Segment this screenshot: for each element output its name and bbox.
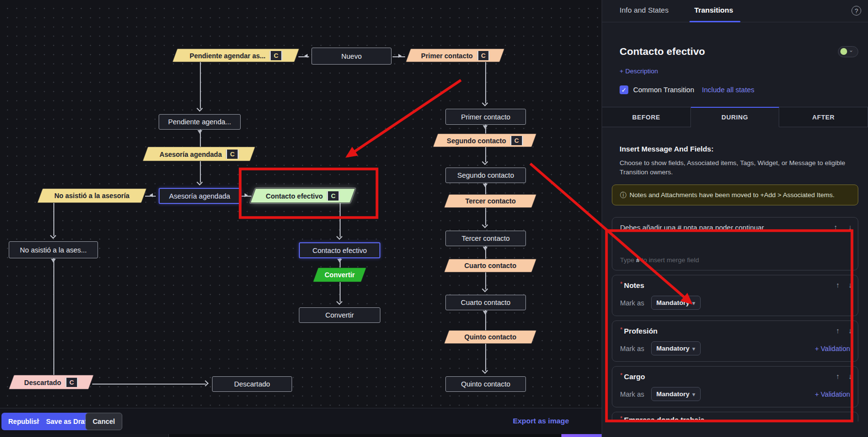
status-toggle[interactable]: ⌄ [838, 46, 858, 57]
mandatory-dropdown[interactable]: Mandatory▾ [651, 341, 701, 355]
arrowhead-solid-down-icon [483, 311, 488, 315]
transition-label: Cuarto contacto [464, 262, 516, 269]
node-s-segundo-contacto[interactable]: Segundo contacto [445, 168, 526, 183]
field-name: Notes [624, 281, 644, 289]
node-s-tercer-contacto[interactable]: Tercer contacto [445, 231, 526, 246]
node-t-descartado[interactable]: DescartadoC [9, 375, 94, 389]
arrowhead-solid-down-icon [337, 259, 342, 263]
tab-transitions[interactable]: Transitions [694, 6, 733, 14]
node-t-tercer-contacto[interactable]: Tercer contacto [444, 194, 537, 208]
field-card-notes: *Notes↑↓Mark asMandatory▾ [612, 275, 858, 316]
add-description-link[interactable]: + Description [620, 67, 658, 75]
node-s-asesoria-agendada[interactable]: Asesoría agendada [159, 188, 241, 204]
move-up-icon[interactable]: ↑ [836, 326, 840, 335]
node-s-descartado[interactable]: Descartado [212, 376, 292, 392]
node-s-contacto-efectivo[interactable]: Contacto efectivo [299, 242, 380, 258]
node-t-no-asistio[interactable]: No asistió a la asesoría [37, 188, 147, 203]
arrowhead-vee-down-icon [482, 286, 488, 292]
arrowhead-vee-down-icon [482, 368, 488, 374]
info-icon: ⓘ [620, 191, 627, 199]
field-card-profesión: *Profesión↑↓Mark asMandatory▾+ Validatio… [612, 320, 858, 362]
node-t-primer-contacto[interactable]: Primer contactoC [406, 49, 505, 62]
common-transition-badge: C [328, 191, 340, 201]
move-up-icon[interactable]: ↑ [836, 372, 840, 380]
arrowhead-vee-down-icon [482, 100, 488, 106]
transition-label: Primer contacto [421, 51, 473, 59]
merge-field-placeholder: Type # to insert merge field [620, 256, 699, 264]
tab-before[interactable]: BEFORE [602, 107, 691, 127]
arrowhead-tri-left-icon [304, 54, 308, 58]
arrowhead-vee-down-icon [197, 179, 203, 185]
node-s-pendiente-agenda[interactable]: Pendiente agenda... [159, 114, 241, 130]
common-transition-badge: C [226, 150, 238, 159]
connector-line [92, 384, 206, 385]
transition-label: Tercer contacto [465, 197, 516, 205]
blueprint-canvas[interactable]: Pendiente agendar as...CNuevoPrimer cont… [0, 0, 602, 408]
transition-label: No asistió a la asesoría [54, 192, 130, 200]
node-t-segundo-contacto[interactable]: Segundo contactoC [433, 134, 537, 147]
common-transition-badge: C [270, 51, 282, 60]
field-name: Cargo [624, 372, 645, 381]
arrowhead-solid-down-icon [483, 184, 488, 187]
node-t-pendiente-agendar[interactable]: Pendiente agendar as...C [172, 49, 299, 62]
mark-as-label: Mark as [620, 390, 644, 398]
transition-label: Descartado [24, 378, 61, 386]
tab-during[interactable]: DURING [691, 107, 780, 127]
arrowhead-vee-down-icon [482, 222, 488, 228]
move-down-icon[interactable]: ↓ [849, 281, 852, 289]
mandatory-dropdown[interactable]: Mandatory▾ [651, 296, 701, 310]
node-s-cuarto-contacto[interactable]: Cuarto contacto [445, 295, 526, 310]
move-down-icon[interactable]: ↓ [849, 372, 852, 380]
connector-line [200, 62, 201, 109]
node-s-no-asistio[interactable]: No asistió a la ases... [9, 241, 98, 258]
node-s-quinto-contacto[interactable]: Quinto contacto [445, 376, 526, 392]
node-t-contacto-efectivo[interactable]: Contacto efectivoC [250, 188, 356, 203]
panel-header: Info and States Transitions ? [602, 0, 868, 22]
phase-tab-bar: BEFORE DURING AFTER [602, 107, 868, 127]
field-name: Profesión [624, 327, 657, 335]
active-tab-underline [689, 21, 740, 22]
common-transition-checkbox[interactable]: ✓ [620, 85, 628, 94]
node-t-asesoria-agendada[interactable]: Asesoría agendadaC [143, 147, 256, 161]
field-name: Empresa donde trabaja [624, 416, 704, 421]
add-validation-link[interactable]: + Validation [815, 390, 850, 398]
include-all-states-link[interactable]: Include all states [702, 86, 754, 94]
node-s-nuevo[interactable]: Nuevo [311, 48, 392, 65]
transition-label: Asesoría agendada [160, 150, 222, 158]
mandatory-dropdown[interactable]: Mandatory▾ [651, 387, 701, 401]
connector-line [53, 258, 54, 375]
insert-message-heading: Insert Message And Fields: [620, 145, 858, 153]
export-as-image-link[interactable]: Export as image [513, 417, 569, 425]
move-up-icon[interactable]: ↑ [836, 418, 840, 421]
move-up-icon[interactable]: ↑ [836, 281, 840, 289]
arrowhead-vee-right-icon [202, 380, 209, 387]
move-up-icon[interactable]: ↑ [834, 223, 838, 231]
arrowhead-vee-down-icon [50, 233, 56, 239]
transition-label: Quinto contacto [464, 333, 516, 341]
tab-info-and-states[interactable]: Info and States [620, 6, 669, 14]
transition-label: Contacto efectivo [266, 192, 323, 200]
common-transition-label: Common Transition [633, 86, 694, 94]
arrowhead-tri-right-icon [245, 193, 248, 197]
move-down-icon[interactable]: ↓ [849, 418, 852, 421]
transition-label: Pendiente agendar as... [190, 51, 265, 59]
common-transition-badge: C [510, 136, 523, 145]
node-s-primer-contacto[interactable]: Primer contacto [445, 109, 526, 125]
bottom-strip-segment [0, 434, 169, 437]
notes-moved-notice: ⓘNotes and Attachments have been moved t… [612, 185, 858, 205]
move-down-icon[interactable]: ↓ [849, 326, 852, 335]
tab-after[interactable]: AFTER [779, 107, 868, 127]
arrowhead-tri-left-icon [149, 193, 153, 197]
node-t-convertir[interactable]: Convertir [313, 268, 367, 282]
insert-message-description: Choose to show fields, Associated items,… [620, 158, 851, 177]
message-card[interactable]: Debes añadir una # nota para poder conti… [612, 217, 858, 270]
node-t-quinto-contacto[interactable]: Quinto contacto [444, 330, 537, 344]
required-asterisk: * [620, 326, 622, 333]
move-down-icon[interactable]: ↓ [849, 223, 852, 231]
add-validation-link[interactable]: + Validation [815, 345, 850, 353]
node-t-cuarto-contacto[interactable]: Cuarto contacto [444, 259, 537, 272]
node-s-convertir[interactable]: Convertir [299, 307, 380, 323]
cancel-button[interactable]: Cancel [85, 413, 122, 430]
help-icon[interactable]: ? [852, 6, 861, 16]
caret-down-icon: ▾ [692, 346, 695, 352]
